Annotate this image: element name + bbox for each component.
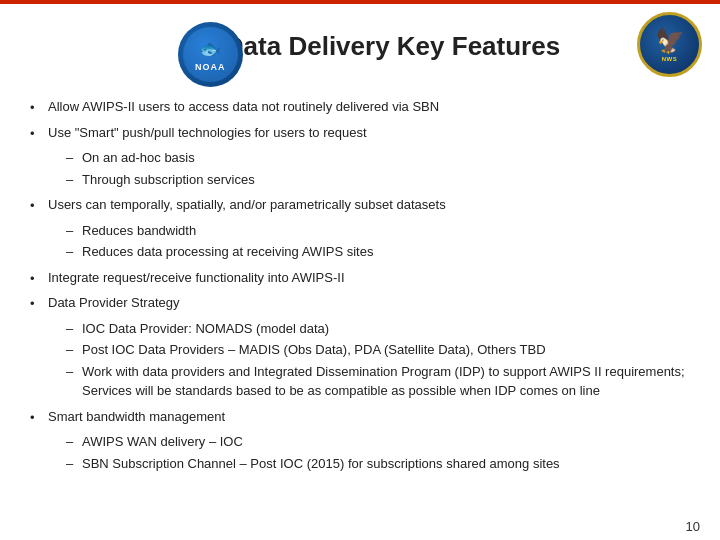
- bullet-text: Use "Smart" push/pull technologies for u…: [48, 123, 367, 143]
- sub-dash: –: [66, 319, 82, 339]
- sub-dash: –: [66, 148, 82, 168]
- bullet-text: Smart bandwidth management: [48, 407, 225, 427]
- content-area: •Allow AWIPS-II users to access data not…: [0, 85, 720, 515]
- sub-text: AWIPS WAN delivery – IOC: [82, 432, 243, 452]
- sub-item: –Reduces bandwidth: [66, 221, 690, 241]
- page-number: 10: [686, 519, 700, 534]
- bullet-item: •Users can temporally, spatially, and/or…: [30, 195, 690, 216]
- sub-item: –Post IOC Data Providers – MADIS (Obs Da…: [66, 340, 690, 360]
- bullet-item: •Allow AWIPS-II users to access data not…: [30, 97, 690, 118]
- slide: 🐟 NOAA Data Delivery Key Features 🦅 NWS …: [0, 0, 720, 540]
- bullet-text: Users can temporally, spatially, and/or …: [48, 195, 446, 215]
- bullet-item: •Use "Smart" push/pull technologies for …: [30, 123, 690, 144]
- sub-text: Through subscription services: [82, 170, 255, 190]
- sub-item: –IOC Data Provider: NOMADS (model data): [66, 319, 690, 339]
- sub-dash: –: [66, 340, 82, 360]
- sub-list: –AWIPS WAN delivery – IOC–SBN Subscripti…: [66, 432, 690, 475]
- sub-item: –AWIPS WAN delivery – IOC: [66, 432, 690, 452]
- noaa-label: NOAA: [195, 62, 226, 72]
- page-title: Data Delivery Key Features: [225, 31, 560, 62]
- sub-list: –IOC Data Provider: NOMADS (model data)–…: [66, 319, 690, 403]
- noaa-fish-icon: 🐟: [199, 38, 221, 60]
- sub-dash: –: [66, 454, 82, 474]
- sub-text: Post IOC Data Providers – MADIS (Obs Dat…: [82, 340, 546, 360]
- sub-dash: –: [66, 170, 82, 190]
- bullet-item: •Data Provider Strategy: [30, 293, 690, 314]
- sub-item: –Work with data providers and Integrated…: [66, 362, 690, 401]
- sub-text: Reduces data processing at receiving AWI…: [82, 242, 373, 262]
- bullet-item: •Smart bandwidth management: [30, 407, 690, 428]
- seal-logo: 🦅 NWS: [637, 12, 702, 77]
- bullet-item: •Integrate request/receive functionality…: [30, 268, 690, 289]
- bullet-text: Allow AWIPS-II users to access data not …: [48, 97, 439, 117]
- noaa-logo: 🐟 NOAA: [178, 22, 243, 87]
- sub-list: –Reduces bandwidth–Reduces data processi…: [66, 221, 690, 264]
- bullet-text: Integrate request/receive functionality …: [48, 268, 345, 288]
- sub-text: Reduces bandwidth: [82, 221, 196, 241]
- sub-item: –Through subscription services: [66, 170, 690, 190]
- sub-list: –On an ad-hoc basis–Through subscription…: [66, 148, 690, 191]
- bullet-dot: •: [30, 97, 48, 118]
- sub-dash: –: [66, 362, 82, 382]
- footer: 10: [0, 515, 720, 540]
- sub-text: Work with data providers and Integrated …: [82, 362, 690, 401]
- sub-item: –SBN Subscription Channel – Post IOC (20…: [66, 454, 690, 474]
- sub-text: SBN Subscription Channel – Post IOC (201…: [82, 454, 560, 474]
- sub-item: –On an ad-hoc basis: [66, 148, 690, 168]
- sub-dash: –: [66, 221, 82, 241]
- bullet-dot: •: [30, 123, 48, 144]
- sub-item: –Reduces data processing at receiving AW…: [66, 242, 690, 262]
- sub-text: On an ad-hoc basis: [82, 148, 195, 168]
- seal-eagle-icon: 🦅: [655, 27, 685, 55]
- header: 🐟 NOAA Data Delivery Key Features 🦅 NWS: [0, 4, 720, 85]
- bullet-dot: •: [30, 293, 48, 314]
- seal-label: NWS: [662, 56, 678, 62]
- sub-dash: –: [66, 432, 82, 452]
- sub-dash: –: [66, 242, 82, 262]
- bullet-dot: •: [30, 195, 48, 216]
- sub-text: IOC Data Provider: NOMADS (model data): [82, 319, 329, 339]
- bullet-text: Data Provider Strategy: [48, 293, 180, 313]
- bullet-dot: •: [30, 268, 48, 289]
- bullet-dot: •: [30, 407, 48, 428]
